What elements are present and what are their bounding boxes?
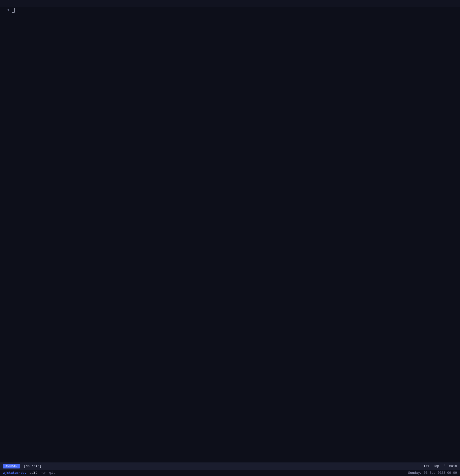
text-cursor bbox=[12, 8, 15, 13]
editor-filename: [No Name] bbox=[24, 464, 41, 468]
status-bar-2-left: zjstatus-dev edit run git bbox=[3, 471, 55, 475]
git-label: git bbox=[49, 471, 55, 475]
scroll-position: Top bbox=[433, 464, 439, 468]
line-number-1: 1 bbox=[8, 8, 10, 13]
git-branch: main bbox=[449, 464, 457, 468]
status-bar-2-right: Sunday, 03 Sep 2023 09:09 bbox=[408, 471, 457, 475]
editor-mode: NORMAL bbox=[3, 464, 20, 468]
status-bar-1-left: NORMAL [No Name] bbox=[3, 464, 41, 468]
editor-area[interactable]: 1 bbox=[0, 7, 460, 462]
status-bar-2: zjstatus-dev edit run git Sunday, 03 Sep… bbox=[0, 469, 460, 476]
line-numbers: 1 bbox=[0, 7, 12, 13]
datetime: Sunday, 03 Sep 2023 09:09 bbox=[408, 471, 457, 475]
cursor-position: 1:1 bbox=[423, 464, 429, 468]
app-name: zjstatus-dev bbox=[3, 471, 27, 475]
status-bar-1: NORMAL [No Name] 1:1 Top ᚠ main bbox=[0, 462, 460, 469]
cursor-line bbox=[12, 8, 460, 13]
git-icon: ᚠ bbox=[443, 464, 445, 468]
run-label: run bbox=[40, 471, 46, 475]
edit-label: edit bbox=[30, 471, 37, 475]
tab-bar bbox=[0, 0, 460, 7]
editor-content[interactable] bbox=[12, 8, 460, 13]
status-bar-1-right: 1:1 Top ᚠ main bbox=[423, 464, 457, 468]
